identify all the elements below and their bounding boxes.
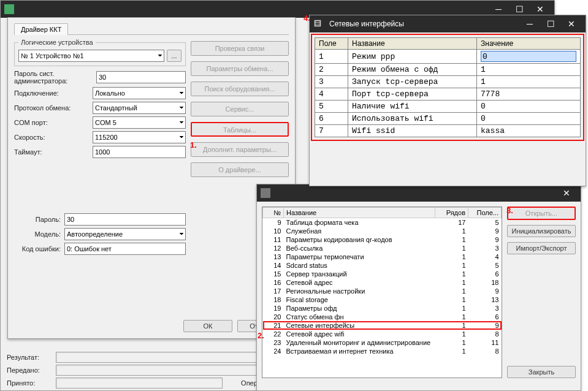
cell-name: Сетевые интерфейсы [284,321,435,330]
close-icon[interactable]: ✕ [530,3,551,15]
table-row[interactable]: 24Встраиваемая и интернет техника18 [263,347,502,355]
col-title[interactable]: Название [348,38,477,50]
device-more-button[interactable]: ... [167,50,181,62]
col-rows[interactable]: Рядов [435,208,468,218]
table-row[interactable]: 2Режим обмена с офд1 [315,64,581,76]
cell-value[interactable]: 1 [477,64,581,76]
cell-rows: 1 [435,244,468,252]
minimize-icon[interactable]: ─ [519,18,540,30]
cell-rows: 1 [435,278,468,287]
table-row[interactable]: 14Sdcard status15 [263,261,502,270]
search-hw-button[interactable]: Поиск оборудования... [191,82,289,96]
tables-button[interactable]: Таблицы... [191,122,289,137]
value-input[interactable] [481,51,576,62]
timeout-input[interactable] [93,146,186,158]
table-row[interactable]: 9Таблица формата чека175 [263,218,502,227]
table-row[interactable]: 15Сервер транзакций16 [263,270,502,278]
cell-num: 10 [263,227,284,235]
cell-name: Региональные настройки [284,287,435,295]
table-row[interactable]: 1Режим ppp [315,50,581,64]
check-connection-button[interactable]: Проверка связи [191,41,289,56]
cell-num: 12 [263,244,284,252]
admin-pwd-input[interactable] [96,71,186,83]
close-icon[interactable]: ✕ [561,18,582,30]
close-button[interactable]: Закрыть [507,366,576,378]
open-button[interactable]: Открыть... [507,207,576,220]
cell-fields: 5 [468,218,502,227]
cell-field: 1 [315,50,348,64]
cell-name: Служебная [284,227,435,235]
tables-list[interactable]: № Название Рядов Поле... 9Таблица формат… [262,207,502,378]
table-row[interactable]: 21Сетевые интерфейсы19 [263,321,502,330]
close-icon[interactable]: ✕ [556,187,577,199]
comport-select[interactable]: COM 5 [93,116,186,129]
network-table[interactable]: Поле Название Значение 1Режим ppp2Режим … [315,37,581,137]
maximize-icon[interactable]: ☐ [509,3,530,15]
col-field[interactable]: Поле [315,38,348,50]
col-name[interactable]: Название [284,208,435,218]
table-row[interactable]: 6Использовать wifi0 [315,113,581,125]
cell-name: Sdcard status [284,261,435,270]
errcode-input[interactable] [64,243,186,255]
marker-2: 2. [258,331,264,340]
cell-name: Fiscal storage [284,295,435,304]
cell-value[interactable]: 7778 [477,88,581,101]
cell-name: Режим обмена с офд [348,64,477,76]
network-titlebar: Сетевые интерфейсы ─ ☐ ✕ [310,15,586,32]
cell-num: 14 [263,261,284,270]
marker-4: 4. [304,13,310,23]
table-row[interactable]: 23Удаленный мониторинг и администрирован… [263,338,502,347]
cell-name: Сетевой адрес wifi [284,330,435,338]
cell-value[interactable]: 1 [477,76,581,88]
model-select[interactable]: Автоопределение [64,228,186,240]
table-row[interactable]: 16Сетевой адрес118 [263,278,502,287]
table-row[interactable]: 20Статус обмена фн16 [263,313,502,321]
cell-field: 4 [315,88,348,101]
table-row[interactable]: 18Fiscal storage113 [263,295,502,304]
col-value[interactable]: Значение [477,38,581,50]
minimize-icon[interactable]: ─ [488,3,509,15]
speed-select[interactable]: 115200 [93,131,186,143]
table-row[interactable]: 3Запуск tcp-сервера1 [315,76,581,88]
password-input[interactable] [64,213,186,226]
cell-value[interactable]: kassa [477,125,581,137]
cell-fields: 9 [468,235,502,244]
table-row[interactable]: 11Параметры кодирования qr-кодов19 [263,235,502,244]
maximize-icon[interactable]: ☐ [540,18,561,30]
cell-value[interactable]: 0 [477,101,581,113]
cell-name: Порт tcp-сервера [348,88,477,101]
table-row[interactable]: 19Параметры офд13 [263,304,502,313]
cell-rows: 1 [435,261,468,270]
driver-dialog: Драйвер ККТ Логические устройства № 1 Ус… [7,17,296,339]
cell-value[interactable] [477,50,581,64]
exchange-params-button[interactable]: Параметры обмена... [191,61,289,76]
errcode-label: Код ошибки: [14,245,64,252]
table-row[interactable]: 10Служебная19 [263,227,502,235]
about-driver-button[interactable]: О драйвере... [191,162,289,177]
network-icon [313,19,323,29]
col-fields[interactable]: Поле... [468,208,502,218]
cell-fields: 6 [468,270,502,278]
init-button[interactable]: Инициализировать [507,225,576,237]
ok-button[interactable]: ОК [183,320,232,332]
cell-num: 17 [263,287,284,295]
table-row[interactable]: 12Веб-ссылка13 [263,244,502,252]
cell-fields: 5 [468,261,502,270]
device-select[interactable]: № 1 Устройство №1 [18,50,164,62]
cell-fields: 4 [468,252,502,261]
addit-params-button[interactable]: Дополнит. параметры... [191,142,289,157]
tab-driver[interactable]: Драйвер ККТ [14,23,68,35]
cell-name: Удаленный мониторинг и администрирование [284,338,435,347]
cell-value[interactable]: 0 [477,113,581,125]
table-row[interactable]: 17Региональные настройки19 [263,287,502,295]
col-num[interactable]: № [263,208,284,218]
table-row[interactable]: 7Wifi ssidkassa [315,125,581,137]
protocol-select[interactable]: Стандартный [93,102,186,114]
connection-select[interactable]: Локально [93,87,186,99]
table-row[interactable]: 22Сетевой адрес wifi18 [263,330,502,338]
table-row[interactable]: 13Параметры термопечати14 [263,252,502,261]
service-button[interactable]: Сервис... [191,102,289,116]
import-export-button[interactable]: Импорт/Экспорт [507,242,576,254]
table-row[interactable]: 5Наличие wifi0 [315,101,581,113]
table-row[interactable]: 4Порт tcp-сервера7778 [315,88,581,101]
